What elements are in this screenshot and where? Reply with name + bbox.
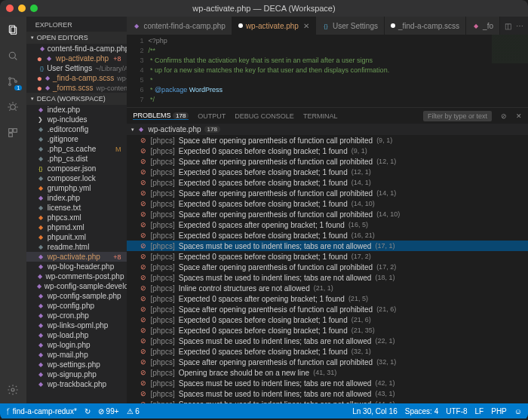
file-tree-item[interactable]: ◆wp-mail.php xyxy=(26,350,127,360)
file-tree-item[interactable]: ◆grumphp.yml xyxy=(26,183,127,193)
scm-icon[interactable]: 1 xyxy=(5,74,20,89)
file-tree-item[interactable]: ◆index.php xyxy=(26,105,127,115)
file-tree-item[interactable]: ◆index.php xyxy=(26,193,127,203)
file-tree-item[interactable]: ◆phpcs.xml xyxy=(26,213,127,222)
problem-item[interactable]: ⊘[phpcs]Space after opening parenthesis … xyxy=(127,209,528,219)
close-panel-icon[interactable]: ✕ xyxy=(516,112,522,120)
problem-file-header[interactable]: ▾ ◆ wp-activate.php 178 xyxy=(127,124,528,135)
tab-debug-console[interactable]: Debug Console xyxy=(235,112,294,120)
open-editor-item[interactable]: ●◆_find-a-camp.scsswp-co… xyxy=(26,73,127,83)
problem-item[interactable]: ⊘[phpcs]Opening brace should be on a new… xyxy=(127,367,528,378)
file-tree-item[interactable]: ◆wp-comments-post.php xyxy=(26,271,127,281)
file-tree-item[interactable]: {}composer.json xyxy=(26,164,127,173)
error-icon: ⊘ xyxy=(140,337,146,345)
file-tree-item[interactable]: ◆.editorconfig xyxy=(26,124,127,134)
file-tree-item[interactable]: ◆wp-config-sample.php xyxy=(26,291,127,301)
maximize-window-icon[interactable] xyxy=(30,5,38,12)
sync-icon[interactable]: ↻ xyxy=(84,407,91,415)
editor-tab[interactable]: wp-activate.php✕ xyxy=(232,17,316,35)
editor[interactable]: 1234567 <?php /** * Confirms that the ac… xyxy=(127,35,528,107)
encoding[interactable]: UTF-8 xyxy=(446,407,467,415)
problem-item[interactable]: ⊘[phpcs]Spaces must be used to indent li… xyxy=(127,399,528,403)
problem-item[interactable]: ⊘[phpcs]Inline control structures are no… xyxy=(127,283,528,293)
problem-item[interactable]: ⊘[phpcs]Expected 0 spaces before closing… xyxy=(127,251,528,262)
more-icon[interactable]: ⋯ xyxy=(516,22,523,30)
open-editors-header[interactable]: ▾Open Editors xyxy=(26,32,127,44)
problem-item[interactable]: ⊘[phpcs]Expected 0 spaces before closing… xyxy=(127,230,528,241)
problem-item[interactable]: ⊘[phpcs]Space after opening parenthesis … xyxy=(127,304,528,314)
workspace-header[interactable]: ▾DECA (Workspace) xyxy=(26,93,127,105)
tab-output[interactable]: Output xyxy=(198,112,226,120)
problem-item[interactable]: ⊘[phpcs]Expected 0 spaces before closing… xyxy=(127,177,528,188)
file-tree-item[interactable]: ◆.gitignore xyxy=(26,134,127,144)
problem-item[interactable]: ⊘[phpcs]Spaces must be used to indent li… xyxy=(127,378,528,388)
feedback-icon[interactable]: ☺ xyxy=(514,407,522,415)
problem-item[interactable]: ⊘[phpcs]Expected 0 spaces before closing… xyxy=(127,314,528,325)
file-tree-item[interactable]: ❯wp-includes xyxy=(26,115,127,124)
problem-item[interactable]: ⊘[phpcs]Spaces must be used to indent li… xyxy=(127,241,528,251)
file-tree-item[interactable]: ◆wp-cron.php xyxy=(26,311,127,320)
problem-item[interactable]: ⊘[phpcs]Spaces must be used to indent li… xyxy=(127,336,528,346)
file-tree-item[interactable]: ◆readme.html xyxy=(26,242,127,252)
problem-item[interactable]: ⊘[phpcs]Expected 0 spaces before closing… xyxy=(127,167,528,177)
file-tree-item[interactable]: ◆wp-settings.php xyxy=(26,360,127,369)
file-tree-item[interactable]: ◆wp-login.php xyxy=(26,340,127,350)
tab-problems[interactable]: Problems 178 xyxy=(133,112,189,120)
git-branch[interactable]: ᚶ find-a-camp-redux* xyxy=(6,407,77,415)
editor-tab[interactable]: ◆_fo xyxy=(466,17,500,35)
file-tree-item[interactable]: ◆phpmd.xml xyxy=(26,222,127,232)
cursor-position[interactable]: Ln 30, Col 16 xyxy=(352,407,398,415)
problem-item[interactable]: ⊘[phpcs]Expected 0 spaces after opening … xyxy=(127,293,528,304)
file-tree-item[interactable]: ◆wp-trackback.php xyxy=(26,379,127,389)
open-editor-item[interactable]: ●◆wp-activate.php+8 xyxy=(26,54,127,63)
problem-item[interactable]: ⊘[phpcs]Spaces must be used to indent li… xyxy=(127,388,528,399)
file-tree-item[interactable]: ◆wp-links-opml.php xyxy=(26,320,127,330)
editor-tab[interactable]: _find-a-camp.scss xyxy=(385,17,466,35)
close-window-icon[interactable] xyxy=(6,5,14,12)
warnings-count[interactable]: ⚠ 6 xyxy=(127,407,140,415)
editor-tab[interactable]: ◆content-find-a-camp.php xyxy=(127,17,232,35)
problem-item[interactable]: ⊘[phpcs]Spaces must be used to indent li… xyxy=(127,272,528,283)
file-tree-item[interactable]: ◆license.txt xyxy=(26,203,127,213)
file-tree-item[interactable]: ◆wp-activate.php+8 xyxy=(26,252,127,262)
open-editor-item[interactable]: ◆content-find-a-camp.php xyxy=(26,44,127,54)
indentation[interactable]: Spaces: 4 xyxy=(405,407,438,415)
tab-terminal[interactable]: Terminal xyxy=(303,112,338,120)
problem-item[interactable]: ⊘[phpcs]Space after opening parenthesis … xyxy=(127,135,528,146)
problem-item[interactable]: ⊘[phpcs]Expected 0 spaces before closing… xyxy=(127,146,528,156)
filter-input[interactable]: Filter by type or text xyxy=(423,111,492,121)
problem-item[interactable]: ⊘[phpcs]Expected 0 spaces before closing… xyxy=(127,325,528,336)
problem-item[interactable]: ⊘[phpcs]Space after opening parenthesis … xyxy=(127,262,528,272)
file-tree-item[interactable]: ◆wp-config-sample-develop… xyxy=(26,281,127,291)
minimap[interactable] xyxy=(492,35,528,107)
editor-tab[interactable]: {}User Settings xyxy=(316,17,385,35)
file-tree-item[interactable]: ◆.php_cs.dist xyxy=(26,154,127,164)
language-mode[interactable]: PHP xyxy=(491,407,507,415)
minimize-window-icon[interactable] xyxy=(18,5,26,12)
clear-icon[interactable]: ⊘ xyxy=(501,112,507,120)
problem-item[interactable]: ⊘[phpcs]Expected 0 spaces after opening … xyxy=(127,219,528,230)
problem-item[interactable]: ⊘[phpcs]Space after opening parenthesis … xyxy=(127,156,528,167)
file-tree-item[interactable]: ◆wp-signup.php xyxy=(26,369,127,379)
open-editor-item[interactable]: ●◆_forms.scsswp-content/th… xyxy=(26,83,127,93)
debug-icon[interactable] xyxy=(5,100,20,115)
close-tab-icon[interactable]: ✕ xyxy=(303,22,309,30)
explorer-icon[interactable] xyxy=(5,23,20,38)
file-tree-item[interactable]: ◆wp-blog-header.php xyxy=(26,262,127,271)
file-tree-item[interactable]: ◆.php_cs.cacheM xyxy=(26,144,127,154)
problem-item[interactable]: ⊘[phpcs]Expected 0 spaces before closing… xyxy=(127,346,528,357)
file-tree-item[interactable]: ◆wp-load.php xyxy=(26,330,127,340)
file-tree-item[interactable]: ◆wp-config.php xyxy=(26,301,127,311)
eol[interactable]: LF xyxy=(475,407,484,415)
errors-count[interactable]: ⊘ 99+ xyxy=(98,407,119,415)
split-editor-icon[interactable]: ◫ xyxy=(505,22,511,30)
problem-item[interactable]: ⊘[phpcs]Expected 0 spaces before closing… xyxy=(127,198,528,209)
open-editor-item[interactable]: {}User Settings~/Library/Ap… xyxy=(26,63,127,73)
file-tree-item[interactable]: ◆composer.lock xyxy=(26,173,127,183)
settings-gear-icon[interactable] xyxy=(5,382,20,397)
extensions-icon[interactable] xyxy=(5,125,20,140)
search-icon[interactable] xyxy=(5,48,20,63)
problem-item[interactable]: ⊘[phpcs]Space after opening parenthesis … xyxy=(127,357,528,367)
problem-item[interactable]: ⊘[phpcs]Space after opening parenthesis … xyxy=(127,188,528,198)
file-tree-item[interactable]: ◆phpunit.xml xyxy=(26,232,127,242)
